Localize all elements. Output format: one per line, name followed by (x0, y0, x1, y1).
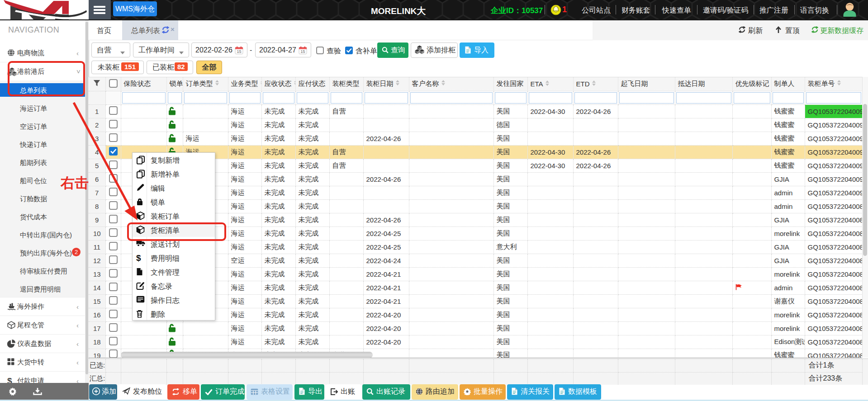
svg-text:15: 15 (237, 49, 241, 54)
svg-text:15: 15 (300, 49, 305, 54)
